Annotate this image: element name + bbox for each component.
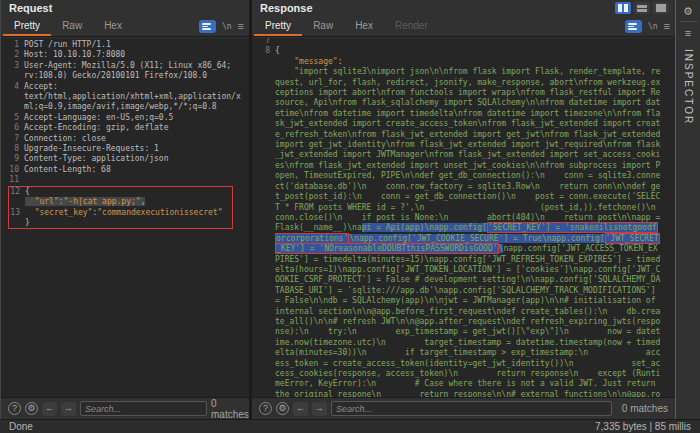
inspector-sidebar[interactable]: ⚙ ≡ INSPECTOR <box>675 0 700 419</box>
response-searchbar: ? ⚙ ← → 0 matches <box>252 397 675 419</box>
line-number: 12 <box>9 187 20 197</box>
layout-single-icon[interactable] <box>653 2 669 14</box>
response-search-input[interactable] <box>331 401 612 416</box>
response-metrics: 7,335 bytes | 85 millis <box>595 421 691 432</box>
tab-request-hex[interactable]: Hex <box>93 17 133 36</box>
request-panel-title: Request <box>9 2 52 14</box>
search-prev-button[interactable]: ← <box>293 402 308 416</box>
code-line: 4Accept: text/html,application/xhtml+xml… <box>3 82 249 113</box>
code-line: 8{ <box>254 46 675 56</box>
tab-request-pretty[interactable]: Pretty <box>3 17 51 36</box>
search-next-button[interactable]: → <box>61 402 76 416</box>
response-editor-toolbar: \n ≡ <box>625 20 670 33</box>
request-tabbar: Pretty Raw Hex \n ≡ <box>1 17 249 37</box>
code-line: "message": <box>254 57 675 67</box>
line-number <box>9 197 20 207</box>
search-help-icon[interactable]: ? <box>8 402 21 415</box>
line-number: 6 <box>3 123 19 133</box>
status-bar: Done 7,335 bytes | 85 millis <box>0 419 700 433</box>
line-number: 5 <box>3 113 19 123</box>
code-line: 6Accept-Encoding: gzip, deflate <box>3 123 249 133</box>
inspector-divider <box>680 21 697 22</box>
line-number: 11 <box>3 175 19 185</box>
code-line: 7 <box>254 38 675 46</box>
line-number: 7 <box>254 38 270 46</box>
line-number: 2 <box>3 50 19 60</box>
tab-response-render: Render <box>384 17 439 36</box>
pretty-print-icon[interactable] <box>199 20 216 33</box>
tab-response-hex[interactable]: Hex <box>344 17 384 36</box>
code-line: "url":"-h|cat app.py;", <box>9 197 232 207</box>
search-help-icon[interactable]: ? <box>259 402 272 415</box>
code-line: 8Upgrade-Insecure-Requests: 1 <box>3 144 249 154</box>
code-line: 3User-Agent: Mozilla/5.0 (X11; Linux x86… <box>3 61 249 82</box>
request-panel-header: Request <box>1 0 249 17</box>
request-editor[interactable]: 1POST /run HTTP/1.12Host: 10.10.10.7:808… <box>1 38 249 397</box>
code-line: 10Content-Length: 68 <box>3 165 249 175</box>
line-number: 8 <box>3 144 19 154</box>
search-settings-icon[interactable]: ⚙ <box>25 402 38 415</box>
layout-switcher <box>615 2 669 14</box>
layout-columns-icon[interactable] <box>615 2 631 14</box>
line-number: 7 <box>3 134 19 144</box>
inspector-tab-label[interactable]: INSPECTOR <box>683 49 694 125</box>
request-searchbar: ? ⚙ ← → 0 matches <box>1 397 249 419</box>
search-prev-button[interactable]: ← <box>42 402 57 416</box>
line-number <box>254 57 270 67</box>
request-panel: Request Pretty Raw Hex \n ≡ 1POST /run H… <box>0 0 249 419</box>
code-line: 9Content-Type: application/json <box>3 154 249 164</box>
annotation-box: 12{ "url":"-h|cat app.py;",13 "secret_ke… <box>8 186 233 230</box>
response-panel-header: Response <box>252 0 675 17</box>
line-number: 10 <box>3 165 19 175</box>
search-settings-icon[interactable]: ⚙ <box>276 402 289 415</box>
response-panel: Response Pretty Raw Hex Render \n ≡ 78{ … <box>252 0 675 419</box>
code-line: 7Connection: close <box>3 134 249 144</box>
request-search-matches: 0 matches <box>211 398 249 420</box>
line-number: 13 <box>9 208 20 218</box>
layout-rows-icon[interactable] <box>634 2 650 14</box>
code-line: 11 <box>3 175 249 185</box>
code-line: 1POST /run HTTP/1.1 <box>3 40 249 50</box>
tab-response-raw[interactable]: Raw <box>302 17 344 36</box>
line-number: 8 <box>254 46 270 56</box>
line-number: 1 <box>3 40 19 50</box>
line-number: 9 <box>3 154 19 164</box>
code-line: 5Accept-Language: en-US,en;q=0.5 <box>3 113 249 123</box>
response-tabbar: Pretty Raw Hex Render \n ≡ <box>252 17 675 37</box>
burp-repeater-window: Request Pretty Raw Hex \n ≡ 1POST /run H… <box>0 0 700 433</box>
response-editor[interactable]: 78{ "message":"import sqlite3\nimport js… <box>252 38 675 397</box>
code-line: 13 "secret_key":"commandexecutionissecre… <box>9 208 232 218</box>
newline-visibility-icon[interactable]: \n <box>648 22 658 31</box>
code-line: 12{ <box>9 187 232 197</box>
editor-menu-icon[interactable]: ≡ <box>238 20 244 33</box>
tab-response-pretty[interactable]: Pretty <box>254 17 302 36</box>
code-line: 2Host: 10.10.10.7:8080 <box>3 50 249 60</box>
response-panel-title: Response <box>260 2 313 14</box>
request-editor-toolbar: \n ≡ <box>199 20 244 33</box>
request-search-input[interactable] <box>80 401 207 416</box>
pretty-print-icon[interactable] <box>625 20 642 33</box>
inspector-settings-icon[interactable]: ⚙ <box>683 5 693 17</box>
line-number <box>9 218 20 228</box>
editor-menu-icon[interactable]: ≡ <box>664 20 670 33</box>
response-search-matches: 0 matches <box>622 403 668 414</box>
search-next-button[interactable]: → <box>312 402 327 416</box>
tab-request-raw[interactable]: Raw <box>51 17 93 36</box>
code-line: "import sqlite3\nimport json\n\nfrom fla… <box>254 67 675 397</box>
status-text: Done <box>9 421 33 432</box>
newline-visibility-icon[interactable]: \n <box>222 22 232 31</box>
code-line: } <box>9 218 232 228</box>
line-number: 4 <box>3 82 19 113</box>
filter-sliders-icon[interactable]: ≡ <box>685 27 691 39</box>
line-number: 3 <box>3 61 19 82</box>
